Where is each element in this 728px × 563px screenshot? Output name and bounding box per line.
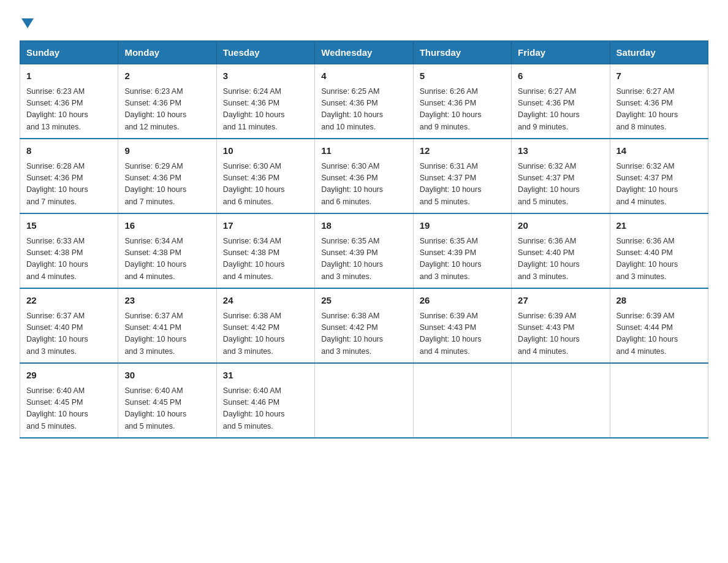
calendar-cell: 9 Sunrise: 6:29 AMSunset: 4:36 PMDayligh… <box>118 139 216 213</box>
calendar-cell: 15 Sunrise: 6:33 AMSunset: 4:38 PMDaylig… <box>20 213 118 288</box>
day-info: Sunrise: 6:37 AMSunset: 4:41 PMDaylight:… <box>124 312 186 356</box>
logo <box>20 15 34 28</box>
calendar-cell: 17 Sunrise: 6:34 AMSunset: 4:38 PMDaylig… <box>216 213 314 288</box>
calendar-cell: 25 Sunrise: 6:38 AMSunset: 4:42 PMDaylig… <box>315 288 413 363</box>
day-info: Sunrise: 6:39 AMSunset: 4:43 PMDaylight:… <box>518 312 580 356</box>
day-info: Sunrise: 6:37 AMSunset: 4:40 PMDaylight:… <box>26 312 88 356</box>
day-info: Sunrise: 6:39 AMSunset: 4:44 PMDaylight:… <box>616 312 678 356</box>
day-number: 9 <box>124 144 210 158</box>
day-info: Sunrise: 6:38 AMSunset: 4:42 PMDaylight:… <box>321 312 383 356</box>
day-info: Sunrise: 6:40 AMSunset: 4:45 PMDaylight:… <box>124 386 186 431</box>
calendar-cell: 10 Sunrise: 6:30 AMSunset: 4:36 PMDaylig… <box>216 139 314 213</box>
day-info: Sunrise: 6:36 AMSunset: 4:40 PMDaylight:… <box>616 237 678 281</box>
calendar-cell <box>610 363 708 438</box>
day-number: 13 <box>518 144 603 158</box>
day-number: 3 <box>223 69 308 83</box>
day-info: Sunrise: 6:35 AMSunset: 4:39 PMDaylight:… <box>420 237 482 281</box>
day-number: 18 <box>321 219 406 233</box>
header-friday: Friday <box>512 41 610 64</box>
day-info: Sunrise: 6:29 AMSunset: 4:36 PMDaylight:… <box>124 162 186 206</box>
calendar-cell: 30 Sunrise: 6:40 AMSunset: 4:45 PMDaylig… <box>118 363 216 438</box>
day-number: 2 <box>124 69 210 83</box>
day-info: Sunrise: 6:33 AMSunset: 4:38 PMDaylight:… <box>26 237 88 281</box>
calendar-cell: 21 Sunrise: 6:36 AMSunset: 4:40 PMDaylig… <box>610 213 708 288</box>
day-info: Sunrise: 6:40 AMSunset: 4:46 PMDaylight:… <box>223 386 285 431</box>
calendar-cell: 31 Sunrise: 6:40 AMSunset: 4:46 PMDaylig… <box>216 363 314 438</box>
calendar-cell: 7 Sunrise: 6:27 AMSunset: 4:36 PMDayligh… <box>610 64 708 139</box>
calendar-cell: 11 Sunrise: 6:30 AMSunset: 4:36 PMDaylig… <box>315 139 413 213</box>
day-info: Sunrise: 6:38 AMSunset: 4:42 PMDaylight:… <box>223 312 285 356</box>
day-number: 14 <box>616 144 702 158</box>
calendar-cell: 26 Sunrise: 6:39 AMSunset: 4:43 PMDaylig… <box>413 288 511 363</box>
header-thursday: Thursday <box>413 41 511 64</box>
day-info: Sunrise: 6:25 AMSunset: 4:36 PMDaylight:… <box>321 87 383 131</box>
calendar-cell: 6 Sunrise: 6:27 AMSunset: 4:36 PMDayligh… <box>512 64 610 139</box>
calendar-header-row: SundayMondayTuesdayWednesdayThursdayFrid… <box>20 41 708 64</box>
calendar-cell: 4 Sunrise: 6:25 AMSunset: 4:36 PMDayligh… <box>315 64 413 139</box>
calendar-cell: 5 Sunrise: 6:26 AMSunset: 4:36 PMDayligh… <box>413 64 511 139</box>
calendar-cell: 22 Sunrise: 6:37 AMSunset: 4:40 PMDaylig… <box>20 288 118 363</box>
calendar-cell: 23 Sunrise: 6:37 AMSunset: 4:41 PMDaylig… <box>118 288 216 363</box>
day-info: Sunrise: 6:35 AMSunset: 4:39 PMDaylight:… <box>321 237 383 281</box>
calendar-cell: 16 Sunrise: 6:34 AMSunset: 4:38 PMDaylig… <box>118 213 216 288</box>
calendar-cell: 3 Sunrise: 6:24 AMSunset: 4:36 PMDayligh… <box>216 64 314 139</box>
day-info: Sunrise: 6:32 AMSunset: 4:37 PMDaylight:… <box>616 162 678 206</box>
calendar-week-row: 1 Sunrise: 6:23 AMSunset: 4:36 PMDayligh… <box>20 64 708 139</box>
calendar-week-row: 22 Sunrise: 6:37 AMSunset: 4:40 PMDaylig… <box>20 288 708 363</box>
day-number: 22 <box>26 294 112 308</box>
day-info: Sunrise: 6:30 AMSunset: 4:36 PMDaylight:… <box>223 162 285 206</box>
header-tuesday: Tuesday <box>216 41 314 64</box>
calendar-cell: 28 Sunrise: 6:39 AMSunset: 4:44 PMDaylig… <box>610 288 708 363</box>
day-number: 11 <box>321 144 406 158</box>
calendar-week-row: 15 Sunrise: 6:33 AMSunset: 4:38 PMDaylig… <box>20 213 708 288</box>
day-info: Sunrise: 6:27 AMSunset: 4:36 PMDaylight:… <box>616 87 678 131</box>
day-info: Sunrise: 6:30 AMSunset: 4:36 PMDaylight:… <box>321 162 383 206</box>
day-number: 26 <box>420 294 505 308</box>
day-info: Sunrise: 6:39 AMSunset: 4:43 PMDaylight:… <box>420 312 482 356</box>
day-number: 31 <box>223 369 308 383</box>
day-info: Sunrise: 6:40 AMSunset: 4:45 PMDaylight:… <box>26 386 88 431</box>
day-info: Sunrise: 6:27 AMSunset: 4:36 PMDaylight:… <box>518 87 580 131</box>
day-info: Sunrise: 6:28 AMSunset: 4:36 PMDaylight:… <box>26 162 88 206</box>
day-info: Sunrise: 6:23 AMSunset: 4:36 PMDaylight:… <box>124 87 186 131</box>
day-number: 1 <box>26 69 112 83</box>
day-number: 19 <box>420 219 505 233</box>
day-number: 8 <box>26 144 112 158</box>
header-monday: Monday <box>118 41 216 64</box>
calendar-cell <box>512 363 610 438</box>
calendar-cell <box>413 363 511 438</box>
day-info: Sunrise: 6:23 AMSunset: 4:36 PMDaylight:… <box>26 87 88 131</box>
day-number: 17 <box>223 219 308 233</box>
calendar-cell: 12 Sunrise: 6:31 AMSunset: 4:37 PMDaylig… <box>413 139 511 213</box>
day-number: 15 <box>26 219 112 233</box>
calendar-cell: 1 Sunrise: 6:23 AMSunset: 4:36 PMDayligh… <box>20 64 118 139</box>
day-number: 28 <box>616 294 702 308</box>
day-info: Sunrise: 6:24 AMSunset: 4:36 PMDaylight:… <box>223 87 285 131</box>
day-number: 12 <box>420 144 505 158</box>
day-number: 16 <box>124 219 210 233</box>
calendar-cell: 29 Sunrise: 6:40 AMSunset: 4:45 PMDaylig… <box>20 363 118 438</box>
day-info: Sunrise: 6:26 AMSunset: 4:36 PMDaylight:… <box>420 87 482 131</box>
calendar-cell <box>315 363 413 438</box>
calendar-cell: 18 Sunrise: 6:35 AMSunset: 4:39 PMDaylig… <box>315 213 413 288</box>
day-info: Sunrise: 6:34 AMSunset: 4:38 PMDaylight:… <box>223 237 285 281</box>
calendar-cell: 8 Sunrise: 6:28 AMSunset: 4:36 PMDayligh… <box>20 139 118 213</box>
calendar-table: SundayMondayTuesdayWednesdayThursdayFrid… <box>20 40 708 439</box>
calendar-cell: 24 Sunrise: 6:38 AMSunset: 4:42 PMDaylig… <box>216 288 314 363</box>
day-number: 20 <box>518 219 603 233</box>
day-number: 10 <box>223 144 308 158</box>
day-info: Sunrise: 6:34 AMSunset: 4:38 PMDaylight:… <box>124 237 186 281</box>
calendar-cell: 13 Sunrise: 6:32 AMSunset: 4:37 PMDaylig… <box>512 139 610 213</box>
day-number: 25 <box>321 294 406 308</box>
calendar-cell: 2 Sunrise: 6:23 AMSunset: 4:36 PMDayligh… <box>118 64 216 139</box>
day-info: Sunrise: 6:32 AMSunset: 4:37 PMDaylight:… <box>518 162 580 206</box>
header-sunday: Sunday <box>20 41 118 64</box>
calendar-cell: 14 Sunrise: 6:32 AMSunset: 4:37 PMDaylig… <box>610 139 708 213</box>
day-number: 29 <box>26 369 112 383</box>
day-number: 23 <box>124 294 210 308</box>
day-number: 5 <box>420 69 505 83</box>
day-number: 7 <box>616 69 702 83</box>
calendar-cell: 19 Sunrise: 6:35 AMSunset: 4:39 PMDaylig… <box>413 213 511 288</box>
calendar-week-row: 29 Sunrise: 6:40 AMSunset: 4:45 PMDaylig… <box>20 363 708 438</box>
page-header <box>20 15 708 28</box>
